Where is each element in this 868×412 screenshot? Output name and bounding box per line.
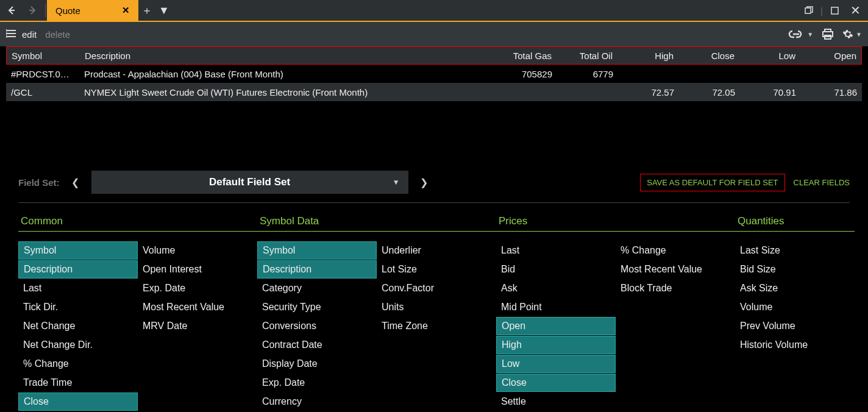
field-item[interactable]: Net Change Dir.: [18, 336, 138, 354]
link-icon[interactable]: ▼: [788, 29, 813, 39]
tab-close-icon[interactable]: ✕: [122, 5, 130, 16]
field-item[interactable]: Low: [496, 355, 616, 373]
cell-open: 71.86: [801, 87, 862, 98]
cell-totalGas: 705829: [496, 69, 557, 79]
cell-symbol: #PRDCST.00…: [6, 69, 79, 79]
th-total-gas[interactable]: Total Gas: [496, 51, 557, 61]
field-item[interactable]: Display Date: [257, 355, 377, 373]
field-item[interactable]: Net Change: [18, 317, 138, 335]
chevron-down-icon: ▼: [393, 178, 400, 186]
forward-button[interactable]: [22, 5, 40, 16]
th-high[interactable]: High: [617, 51, 678, 61]
field-item[interactable]: Most Recent Value: [138, 298, 257, 316]
group-title: Common: [18, 211, 257, 232]
gear-icon[interactable]: ▼: [842, 29, 862, 40]
delete-link[interactable]: delete: [45, 29, 70, 40]
field-item[interactable]: Close: [496, 374, 616, 392]
field-item[interactable]: Last: [18, 279, 138, 297]
close-window-icon[interactable]: ✕: [846, 3, 864, 18]
field-item[interactable]: Security Type: [257, 298, 377, 316]
field-item[interactable]: Bid Size: [735, 260, 855, 279]
field-item[interactable]: Time Zone: [377, 317, 496, 335]
tab-menu-caret[interactable]: ▼: [155, 4, 173, 17]
field-item[interactable]: Category: [257, 279, 377, 297]
field-item[interactable]: High: [496, 336, 616, 354]
print-icon[interactable]: [822, 29, 834, 40]
field-item[interactable]: Exp. Date: [138, 279, 257, 297]
th-low[interactable]: Low: [739, 51, 800, 61]
field-item[interactable]: Description: [257, 260, 377, 279]
new-tab-button[interactable]: ＋: [138, 3, 155, 18]
field-item[interactable]: Units: [377, 298, 496, 316]
th-description[interactable]: Description: [80, 51, 496, 61]
field-groups: CommonSymbolDescriptionLastTick Dir.Net …: [0, 209, 868, 412]
window-restore-icon[interactable]: [800, 6, 818, 15]
fieldset-label: Field Set:: [18, 177, 60, 188]
cell-close: 72.05: [679, 87, 740, 98]
th-open[interactable]: Open: [800, 51, 861, 61]
back-button[interactable]: [4, 5, 22, 16]
field-item[interactable]: Ask: [496, 279, 616, 297]
field-item[interactable]: Exp. Date: [257, 374, 377, 392]
th-total-oil[interactable]: Total Oil: [557, 51, 617, 61]
svg-point-3: [6, 33, 7, 34]
field-item[interactable]: Conversions: [257, 317, 377, 335]
toolbar: edit delete ▼ ▼: [0, 22, 868, 46]
fieldset-select[interactable]: Default Field Set ▼: [91, 171, 408, 194]
field-item[interactable]: Ask Size: [735, 279, 855, 297]
fieldset-next[interactable]: ❯: [417, 177, 432, 188]
field-item[interactable]: Tick Dir.: [18, 298, 138, 316]
cell-totalOil: 6779: [557, 69, 618, 79]
group-title: Quantities: [735, 211, 855, 232]
table-row[interactable]: #PRDCST.00…Prodcast - Appalachian (004) …: [6, 65, 862, 83]
clear-fields-button[interactable]: CLEAR FIELDS: [794, 178, 850, 187]
field-item[interactable]: Contract Date: [257, 336, 377, 354]
field-item[interactable]: Open Interest: [138, 260, 257, 279]
cell-description: NYMEX Light Sweet Crude Oil (WTI) Future…: [79, 87, 496, 98]
titlebar: Quote ✕ ＋ ▼ | ✕: [0, 0, 868, 22]
group-quantities: QuantitiesLast SizeBid SizeAsk SizeVolum…: [735, 211, 855, 411]
field-item[interactable]: Last: [496, 241, 616, 260]
field-item[interactable]: Underlier: [377, 241, 496, 260]
field-item[interactable]: Prev Volume: [735, 317, 855, 335]
th-symbol[interactable]: Symbol: [7, 51, 80, 61]
edit-link[interactable]: edit: [22, 29, 37, 40]
field-item[interactable]: Description: [18, 260, 138, 279]
field-item[interactable]: Volume: [138, 241, 257, 260]
svg-rect-0: [805, 8, 811, 13]
field-item[interactable]: % Change: [18, 355, 138, 373]
group-title: Prices: [496, 211, 735, 232]
maximize-icon[interactable]: [825, 7, 844, 15]
cell-high: 72.57: [618, 87, 679, 98]
field-item[interactable]: MRV Date: [138, 317, 257, 335]
field-item[interactable]: Lot Size: [377, 260, 496, 279]
field-item[interactable]: Symbol: [18, 241, 138, 260]
field-item[interactable]: Mid Point: [496, 298, 616, 316]
field-item[interactable]: Close: [18, 392, 138, 411]
fieldset-prev[interactable]: ❮: [68, 177, 83, 188]
group-common: CommonSymbolDescriptionLastTick Dir.Net …: [18, 211, 257, 411]
field-item[interactable]: Block Trade: [616, 279, 735, 297]
table-row[interactable]: /GCLNYMEX Light Sweet Crude Oil (WTI) Fu…: [6, 83, 862, 101]
field-item[interactable]: Volume: [735, 298, 855, 316]
field-item[interactable]: Symbol: [257, 241, 377, 260]
field-item[interactable]: % Change: [616, 241, 735, 260]
group-title: Symbol Data: [257, 211, 496, 232]
tab-quote[interactable]: Quote ✕: [47, 0, 138, 21]
field-item[interactable]: Bid: [496, 260, 616, 279]
field-item[interactable]: Last Size: [735, 241, 855, 260]
field-item[interactable]: Conv.Factor: [377, 279, 496, 297]
list-menu-icon[interactable]: [6, 29, 17, 40]
quote-table: Symbol Description Total Gas Total Oil H…: [0, 46, 868, 162]
cell-low: 70.91: [740, 87, 801, 98]
field-item[interactable]: Currency: [257, 392, 377, 411]
field-item[interactable]: Historic Volume: [735, 336, 855, 354]
field-item[interactable]: Most Recent Value: [616, 260, 735, 279]
field-item[interactable]: Trade Time: [18, 374, 138, 392]
field-item[interactable]: Settle: [496, 392, 616, 411]
table-header: Symbol Description Total Gas Total Oil H…: [6, 46, 862, 65]
th-close[interactable]: Close: [678, 51, 739, 61]
field-item[interactable]: Open: [496, 317, 616, 335]
fieldset-selected: Default Field Set: [209, 176, 290, 188]
save-default-button[interactable]: SAVE AS DEFAULT FOR FIELD SET: [640, 174, 784, 191]
